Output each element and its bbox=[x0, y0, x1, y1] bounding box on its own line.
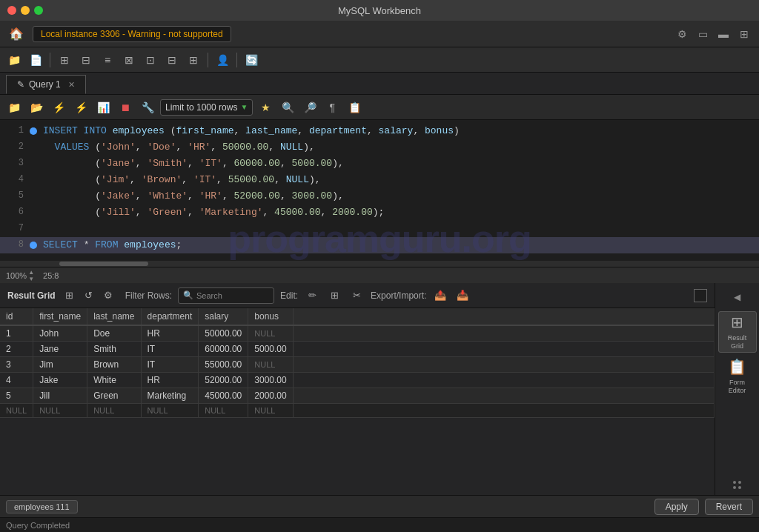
table-row[interactable]: 5 Jill Green Marketing 45000.00 2000.00 bbox=[0, 388, 715, 404]
grid-config-icon[interactable]: ⚙ bbox=[100, 287, 116, 304]
table6-icon[interactable]: ⊟ bbox=[162, 50, 182, 70]
editor-statusbar: 100% ▲ ▼ 25:8 bbox=[0, 267, 759, 283]
query-tab[interactable]: ✎ Query 1 ✕ bbox=[6, 75, 86, 94]
cell-last-name: Brown bbox=[87, 357, 141, 373]
table-icon[interactable]: ⊞ bbox=[55, 50, 74, 70]
cell-first-name: Jane bbox=[33, 342, 87, 357]
panel-collapse-arrow[interactable]: ◀ bbox=[730, 286, 745, 308]
col-extra bbox=[293, 308, 714, 325]
cell-department: HR bbox=[141, 325, 199, 342]
cell-bonus: 5000.00 bbox=[248, 342, 293, 357]
search-box[interactable]: 🔍 Search bbox=[178, 287, 274, 304]
export-icon[interactable]: 📤 bbox=[432, 287, 448, 304]
open-sql-icon[interactable]: 📂 bbox=[27, 98, 46, 117]
status-footer: Query Completed bbox=[0, 517, 759, 532]
execute-icon[interactable]: ⚡ bbox=[49, 98, 68, 117]
apply-button[interactable]: Apply bbox=[654, 499, 699, 515]
table-row[interactable]: 3 Jim Brown IT 55000.00 NULL bbox=[0, 357, 715, 373]
table3-icon[interactable]: ≡ bbox=[98, 50, 117, 70]
cell-null: NULL bbox=[199, 404, 248, 418]
schema-icon[interactable]: ⊞ bbox=[184, 50, 203, 70]
instance-label[interactable]: Local instance 3306 - Warning - not supp… bbox=[33, 26, 231, 42]
snippet-icon[interactable]: 📋 bbox=[345, 98, 364, 117]
grid-view-icons: ⊞ ↺ ⚙ bbox=[62, 287, 116, 304]
data-table-wrapper[interactable]: id first_name last_name department salar… bbox=[0, 308, 715, 495]
edit-label: Edit: bbox=[280, 290, 298, 301]
tab-label: Query 1 bbox=[29, 79, 61, 90]
refresh-icon[interactable]: 🔄 bbox=[242, 50, 261, 70]
stop-icon[interactable]: ⏹ bbox=[116, 98, 135, 117]
bottom-actions: Apply Revert bbox=[654, 499, 753, 515]
result-grid-button[interactable]: ⊞ ResultGrid bbox=[718, 311, 757, 353]
user-icon[interactable]: 👤 bbox=[213, 50, 232, 70]
search2-icon[interactable]: 🔎 bbox=[300, 98, 319, 117]
close-button[interactable] bbox=[7, 6, 16, 15]
table-row[interactable]: 4 Jake White HR 52000.00 3000.00 bbox=[0, 373, 715, 388]
revert-button[interactable]: Revert bbox=[705, 499, 753, 515]
wrap-cell-checkbox[interactable] bbox=[694, 289, 707, 302]
toggle-action-icon[interactable]: 🔧 bbox=[138, 98, 157, 117]
format-icon[interactable]: ¶ bbox=[322, 98, 342, 117]
export-label: Export/Import: bbox=[371, 290, 426, 301]
cell-bonus: 3000.00 bbox=[248, 373, 293, 388]
zoom-control[interactable]: 100% ▲ ▼ bbox=[6, 269, 34, 282]
zoom-level: 100% bbox=[6, 271, 27, 280]
window-title: MySQL Workbench bbox=[338, 5, 421, 16]
grid-refresh-icon[interactable]: ↺ bbox=[81, 287, 97, 304]
table-row[interactable]: 2 Jane Smith IT 60000.00 5000.00 bbox=[0, 342, 715, 357]
zoom-arrows[interactable]: ▲ ▼ bbox=[28, 269, 34, 282]
dot bbox=[738, 481, 741, 484]
limit-select[interactable]: Limit to 1000 rows ▼ bbox=[160, 99, 253, 116]
minimize-button[interactable] bbox=[21, 6, 30, 15]
search-icon[interactable]: 🔍 bbox=[278, 98, 297, 117]
star-icon[interactable]: ★ bbox=[256, 98, 275, 117]
col-id: id bbox=[0, 308, 33, 325]
cell-bonus: NULL bbox=[248, 357, 293, 373]
table5-icon[interactable]: ⊡ bbox=[141, 50, 160, 70]
table2-icon[interactable]: ⊟ bbox=[76, 50, 96, 70]
breakpoint-8 bbox=[30, 242, 37, 249]
home-button[interactable]: 🏠 bbox=[6, 24, 27, 44]
cell-null: NULL bbox=[248, 404, 293, 418]
layout-single-icon[interactable]: ▭ bbox=[694, 25, 712, 43]
import-icon[interactable]: 📥 bbox=[454, 287, 471, 304]
layout-split-icon[interactable]: ▬ bbox=[715, 25, 732, 43]
execute-current-icon[interactable]: ⚡ bbox=[71, 98, 90, 117]
new-schema-icon[interactable]: 📁 bbox=[4, 50, 24, 70]
traffic-lights bbox=[7, 6, 43, 15]
form-editor-button[interactable]: 📋 FormEditor bbox=[718, 356, 757, 397]
cell-first-name: Jim bbox=[33, 357, 87, 373]
edit-pencil-icon[interactable]: ✏ bbox=[304, 287, 320, 304]
new-tab-icon[interactable]: 📁 bbox=[4, 98, 24, 117]
cell-bonus: 2000.00 bbox=[248, 388, 293, 404]
table-row[interactable]: 1 John Doe HR 50000.00 NULL bbox=[0, 325, 715, 342]
edit-add-icon[interactable]: ⊞ bbox=[326, 287, 342, 304]
explain-icon[interactable]: 📊 bbox=[93, 98, 113, 117]
cell-null: NULL bbox=[0, 404, 33, 418]
dot bbox=[738, 486, 741, 489]
table-tab[interactable]: employees 111 bbox=[6, 500, 78, 513]
scrollbar-thumb[interactable] bbox=[59, 262, 148, 266]
edit-delete-icon[interactable]: ✂ bbox=[348, 287, 365, 304]
table4-icon[interactable]: ⊠ bbox=[119, 50, 139, 70]
code-line-6: 6 ('Jill', 'Green', 'Marketing', 45000.0… bbox=[0, 205, 759, 221]
open-file-icon[interactable]: 📄 bbox=[26, 50, 45, 70]
settings-icon[interactable]: ⚙ bbox=[673, 25, 691, 43]
cell-id: 4 bbox=[0, 373, 33, 388]
col-salary: salary bbox=[199, 308, 248, 325]
filter-label: Filter Rows: bbox=[125, 290, 172, 301]
fullscreen-button[interactable] bbox=[34, 6, 43, 15]
cell-null: NULL bbox=[141, 404, 199, 418]
cell-salary: 45000.00 bbox=[199, 388, 248, 404]
cell-id: 2 bbox=[0, 342, 33, 357]
table-null-row[interactable]: NULL NULL NULL NULL NULL NULL bbox=[0, 404, 715, 418]
grid-icon[interactable]: ⊞ bbox=[62, 287, 78, 304]
cell-salary: 55000.00 bbox=[199, 357, 248, 373]
editor-scrollbar[interactable] bbox=[0, 261, 759, 267]
code-editor[interactable]: 1 INSERT INTO employees (first_name, las… bbox=[0, 120, 759, 261]
cell-department: IT bbox=[141, 342, 199, 357]
editor-area[interactable]: 1 INSERT INTO employees (first_name, las… bbox=[0, 120, 759, 283]
tab-bar: ✎ Query 1 ✕ bbox=[0, 73, 759, 95]
layout-quad-icon[interactable]: ⊞ bbox=[735, 25, 753, 43]
result-toolbar: Result Grid ⊞ ↺ ⚙ Filter Rows: 🔍 Search … bbox=[0, 283, 715, 308]
